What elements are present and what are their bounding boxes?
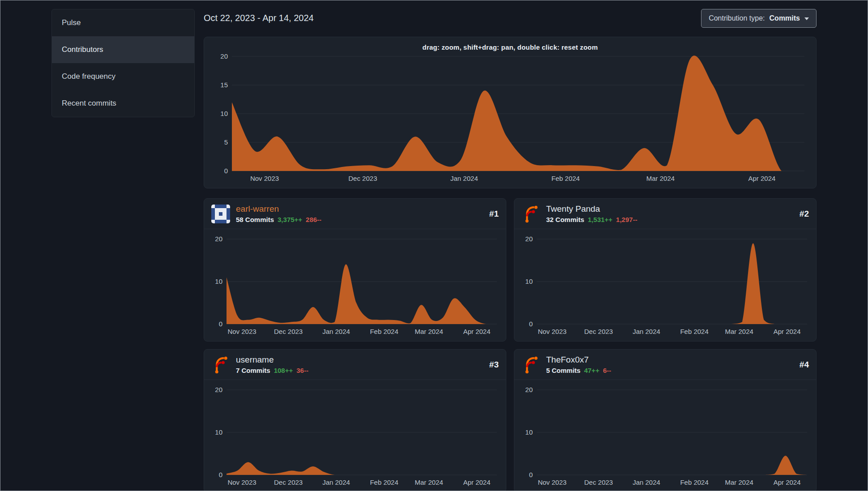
svg-text:10: 10 bbox=[215, 428, 222, 436]
deletions-count: 6-- bbox=[603, 367, 611, 374]
contributor-card-header: Twenty Panda 32 Commits 1,531++ 1,297-- … bbox=[514, 199, 816, 229]
sidebar-item-pulse[interactable]: Pulse bbox=[52, 9, 194, 36]
date-range-title: Oct 22, 2023 - Apr 14, 2024 bbox=[204, 9, 314, 23]
svg-text:Apr 2024: Apr 2024 bbox=[463, 478, 491, 486]
svg-text:0: 0 bbox=[529, 320, 533, 328]
contribution-type-dropdown[interactable]: Contribution type: Commits bbox=[701, 9, 817, 28]
svg-text:Dec 2023: Dec 2023 bbox=[274, 478, 303, 486]
commit-count: 58 Commits bbox=[236, 216, 274, 223]
main-content: Oct 22, 2023 - Apr 14, 2024 Contribution… bbox=[204, 9, 817, 491]
sidebar-item-contributors[interactable]: Contributors bbox=[52, 36, 194, 63]
contributor-rank: #4 bbox=[800, 360, 809, 370]
svg-text:Dec 2023: Dec 2023 bbox=[584, 328, 613, 335]
content-header: Oct 22, 2023 - Apr 14, 2024 Contribution… bbox=[204, 9, 817, 29]
contribution-type-label: Contribution type: bbox=[709, 14, 765, 22]
svg-text:Feb 2024: Feb 2024 bbox=[552, 175, 580, 182]
contributor-rank: #3 bbox=[489, 360, 499, 370]
contributor-cards-grid: earl-warren 58 Commits 3,375++ 286-- #1 … bbox=[204, 198, 817, 491]
dropdown-caret-icon bbox=[804, 17, 809, 20]
svg-text:10: 10 bbox=[525, 278, 533, 285]
contributor-info: Twenty Panda 32 Commits 1,531++ 1,297-- bbox=[546, 204, 794, 223]
contributor-activity-chart[interactable]: 01020Nov 2023Dec 2023Jan 2024Feb 2024Mar… bbox=[520, 235, 811, 337]
svg-text:Mar 2024: Mar 2024 bbox=[415, 328, 443, 335]
svg-text:Jan 2024: Jan 2024 bbox=[633, 328, 660, 335]
contributor-card: TheFox0x7 5 Commits 47++ 6-- #4 01020Nov… bbox=[514, 349, 817, 491]
forgejo-logo-icon bbox=[211, 355, 230, 374]
svg-text:0: 0 bbox=[219, 320, 222, 328]
contributor-rank: #1 bbox=[489, 209, 499, 219]
svg-text:Jan 2024: Jan 2024 bbox=[322, 328, 350, 335]
svg-text:Feb 2024: Feb 2024 bbox=[370, 328, 398, 335]
contributor-card-body: 01020Nov 2023Dec 2023Jan 2024Feb 2024Mar… bbox=[204, 380, 506, 491]
svg-text:20: 20 bbox=[220, 52, 228, 60]
sidebar-item-code-frequency[interactable]: Code frequency bbox=[52, 63, 194, 90]
svg-text:Jan 2024: Jan 2024 bbox=[450, 175, 478, 182]
svg-text:Apr 2024: Apr 2024 bbox=[748, 175, 776, 182]
commit-count: 32 Commits bbox=[546, 216, 584, 223]
contributor-activity-chart[interactable]: 01020Nov 2023Dec 2023Jan 2024Feb 2024Mar… bbox=[210, 235, 500, 337]
contributor-card-header: earl-warren 58 Commits 3,375++ 286-- #1 bbox=[204, 199, 506, 229]
additions-count: 1,531++ bbox=[588, 216, 612, 223]
additions-count: 3,375++ bbox=[278, 216, 302, 223]
contributor-stats: 58 Commits 3,375++ 286-- bbox=[236, 216, 483, 223]
svg-text:Apr 2024: Apr 2024 bbox=[463, 328, 491, 335]
overall-activity-panel: drag: zoom, shift+drag: pan, double clic… bbox=[204, 37, 817, 188]
contributor-card-header: username 7 Commits 108++ 36-- #3 bbox=[204, 350, 506, 380]
contributor-activity-chart[interactable]: 01020Nov 2023Dec 2023Jan 2024Feb 2024Mar… bbox=[520, 385, 811, 488]
svg-text:10: 10 bbox=[215, 278, 222, 285]
contributor-name: Twenty Panda bbox=[546, 204, 794, 214]
contributor-name-link[interactable]: earl-warren bbox=[236, 204, 483, 214]
contributor-card-header: TheFox0x7 5 Commits 47++ 6-- #4 bbox=[514, 350, 816, 380]
contributor-info: TheFox0x7 5 Commits 47++ 6-- bbox=[546, 355, 794, 374]
svg-text:Nov 2023: Nov 2023 bbox=[227, 478, 256, 486]
forgejo-logo-icon bbox=[522, 205, 540, 223]
svg-text:Apr 2024: Apr 2024 bbox=[774, 478, 801, 486]
svg-text:20: 20 bbox=[215, 386, 222, 393]
svg-text:Nov 2023: Nov 2023 bbox=[538, 478, 566, 486]
commit-count: 7 Commits bbox=[236, 367, 270, 374]
commit-count: 5 Commits bbox=[546, 367, 581, 374]
activity-sidebar-menu: Pulse Contributors Code frequency Recent… bbox=[51, 9, 195, 117]
deletions-count: 36-- bbox=[296, 367, 308, 374]
svg-text:10: 10 bbox=[220, 110, 228, 117]
svg-text:Mar 2024: Mar 2024 bbox=[415, 478, 443, 486]
svg-text:Feb 2024: Feb 2024 bbox=[370, 478, 398, 486]
main-activity-chart[interactable]: 05101520Nov 2023Dec 2023Jan 2024Feb 2024… bbox=[212, 52, 808, 184]
svg-text:Jan 2024: Jan 2024 bbox=[633, 478, 660, 486]
svg-text:Jan 2024: Jan 2024 bbox=[322, 478, 350, 486]
svg-text:20: 20 bbox=[525, 386, 533, 393]
svg-text:0: 0 bbox=[219, 471, 222, 478]
contributor-name: TheFox0x7 bbox=[546, 355, 794, 365]
svg-text:Feb 2024: Feb 2024 bbox=[680, 328, 708, 335]
contributor-card-body: 01020Nov 2023Dec 2023Jan 2024Feb 2024Mar… bbox=[514, 229, 816, 341]
svg-text:Nov 2023: Nov 2023 bbox=[227, 328, 256, 335]
deletions-count: 1,297-- bbox=[616, 216, 637, 223]
svg-text:Nov 2023: Nov 2023 bbox=[250, 175, 279, 182]
svg-text:Dec 2023: Dec 2023 bbox=[274, 328, 303, 335]
contributor-stats: 5 Commits 47++ 6-- bbox=[546, 367, 794, 374]
svg-text:Dec 2023: Dec 2023 bbox=[584, 478, 613, 486]
contributor-activity-chart[interactable]: 01020Nov 2023Dec 2023Jan 2024Feb 2024Mar… bbox=[210, 385, 500, 488]
contributors-page: Pulse Contributors Code frequency Recent… bbox=[0, 0, 868, 491]
chart-zoom-hint: drag: zoom, shift+drag: pan, double clic… bbox=[212, 43, 808, 51]
contributor-rank: #2 bbox=[800, 209, 809, 219]
contribution-type-value: Commits bbox=[770, 14, 800, 22]
contributor-card: earl-warren 58 Commits 3,375++ 286-- #1 … bbox=[204, 198, 506, 342]
svg-text:0: 0 bbox=[224, 167, 228, 175]
svg-text:20: 20 bbox=[215, 235, 222, 243]
contributor-info: earl-warren 58 Commits 3,375++ 286-- bbox=[236, 204, 483, 223]
svg-text:0: 0 bbox=[529, 471, 533, 478]
contributor-info: username 7 Commits 108++ 36-- bbox=[236, 355, 483, 374]
sidebar-item-recent-commits[interactable]: Recent commits bbox=[52, 90, 194, 117]
svg-text:Dec 2023: Dec 2023 bbox=[348, 175, 377, 182]
contributor-card-body: 01020Nov 2023Dec 2023Jan 2024Feb 2024Mar… bbox=[204, 229, 506, 341]
svg-text:Mar 2024: Mar 2024 bbox=[725, 478, 753, 486]
svg-text:Feb 2024: Feb 2024 bbox=[680, 478, 708, 486]
contributor-name: username bbox=[236, 355, 483, 365]
svg-text:Nov 2023: Nov 2023 bbox=[538, 328, 566, 335]
svg-text:15: 15 bbox=[220, 81, 228, 89]
contributor-card-body: 01020Nov 2023Dec 2023Jan 2024Feb 2024Mar… bbox=[514, 380, 816, 491]
svg-text:Mar 2024: Mar 2024 bbox=[725, 328, 753, 335]
svg-text:Mar 2024: Mar 2024 bbox=[646, 175, 675, 182]
contributor-stats: 32 Commits 1,531++ 1,297-- bbox=[546, 216, 794, 223]
